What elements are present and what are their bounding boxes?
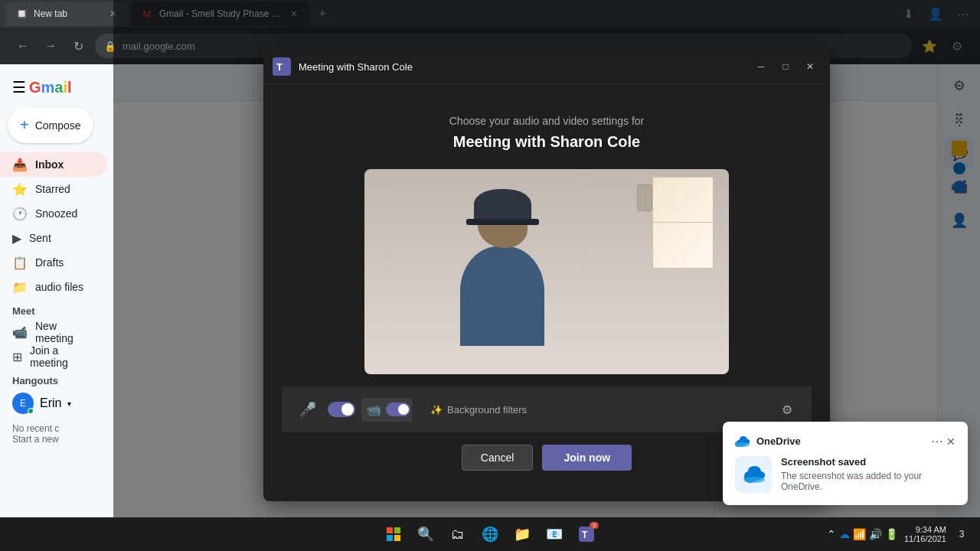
- starred-icon: ⭐: [12, 182, 28, 197]
- sparkle-icon: ✨: [430, 404, 443, 416]
- new-meeting-label: New meeting: [35, 320, 95, 344]
- maximize-btn[interactable]: □: [775, 56, 796, 77]
- gmail-wordmark: G m a i l: [29, 79, 72, 96]
- sys-icons: ⌃ ☁ 📶 🔊 🔋: [827, 528, 898, 540]
- edge-btn[interactable]: 🌐: [476, 520, 504, 548]
- teams-meeting-title: Meeting with Sharon Cole: [282, 133, 812, 151]
- nav-item-join-meeting[interactable]: ⊞ Join a meeting: [0, 344, 107, 369]
- hangouts-user[interactable]: E Erin ▾: [0, 390, 113, 417]
- compose-plus-icon: +: [20, 116, 29, 134]
- taskbar-clock[interactable]: 9:34 AM 11/16/2021: [904, 525, 946, 543]
- start-btn[interactable]: [380, 520, 407, 548]
- svg-rect-6: [387, 535, 393, 541]
- compose-container: + Compose: [0, 101, 113, 152]
- notif-cloud-icon: [735, 456, 772, 493]
- onedrive-notification: OneDrive ⋯ ✕ Screenshot saved The screen…: [723, 422, 968, 505]
- controls-settings-btn[interactable]: ⚙: [775, 397, 799, 422]
- explorer-btn[interactable]: 📁: [508, 520, 536, 548]
- notif-text: Screenshot saved The screenshot was adde…: [781, 456, 956, 493]
- audio-files-label: audio files: [35, 281, 83, 293]
- mail-icon: 📧: [546, 526, 563, 543]
- mic-toggle[interactable]: [328, 402, 355, 417]
- wall-switch: [637, 184, 652, 211]
- hamburger-icon[interactable]: ☰: [12, 78, 26, 96]
- task-view-icon: 🗂: [451, 527, 465, 543]
- teams-title-left: T Meeting with Sharon Cole: [273, 57, 413, 76]
- notif-text-title: Screenshot saved: [781, 456, 956, 468]
- task-view-btn[interactable]: 🗂: [444, 520, 472, 548]
- compose-label: Compose: [35, 119, 81, 132]
- clock-time: 9:34 AM: [904, 525, 946, 534]
- teams-btn[interactable]: T 3: [573, 520, 600, 548]
- taskbar-right: ⌃ ☁ 📶 🔊 🔋 9:34 AM 11/16/2021 3: [827, 520, 971, 548]
- camera-toggle-thumb: [398, 404, 409, 415]
- online-status-dot: [28, 408, 34, 414]
- notif-close-btn[interactable]: ✕: [946, 434, 956, 448]
- user-name: Erin: [40, 396, 61, 410]
- nav-item-sent[interactable]: ▶ Sent: [0, 226, 107, 250]
- teams-taskbar-icon: T: [579, 527, 594, 542]
- background-filters-btn[interactable]: ✨ Background filters: [424, 401, 533, 419]
- search-btn[interactable]: 🔍: [412, 520, 439, 548]
- person-head: [478, 206, 528, 248]
- notif-title: OneDrive: [756, 435, 801, 447]
- notif-header: OneDrive ⋯ ✕: [735, 434, 956, 448]
- nav-item-audio-files[interactable]: 📁 audio files: [0, 275, 107, 299]
- user-avatar: E: [12, 393, 34, 414]
- nav-item-snoozed[interactable]: 🕐 Snoozed: [0, 201, 107, 226]
- bg-filters-label: Background filters: [447, 404, 527, 416]
- compose-button[interactable]: + Compose: [8, 107, 93, 143]
- close-dialog-btn[interactable]: ✕: [799, 56, 821, 77]
- no-recent-text: No recent c Start a new: [0, 417, 113, 451]
- teams-title-bar: T Meeting with Sharon Cole ─ □ ✕: [263, 50, 830, 84]
- volume-icon[interactable]: 🔊: [869, 528, 882, 540]
- teams-logo-icon: T: [273, 57, 291, 76]
- tab-favicon: 🔲: [15, 8, 28, 20]
- person-hat-brim: [466, 219, 539, 225]
- nav-item-starred[interactable]: ⭐ Starred: [0, 177, 107, 201]
- nav-item-inbox[interactable]: 📥 Inbox: [0, 152, 107, 177]
- svg-point-2: [736, 442, 750, 447]
- expand-icon[interactable]: ⌃: [827, 528, 836, 540]
- camera-btn[interactable]: 📹: [363, 399, 384, 420]
- new-meeting-icon: 📹: [12, 325, 28, 340]
- hangouts-section-header: Hangouts: [0, 369, 113, 390]
- svg-rect-5: [394, 527, 400, 533]
- drafts-icon: 📋: [12, 256, 28, 270]
- join-meeting-label: Join a meeting: [30, 344, 95, 369]
- minimize-btn[interactable]: ─: [750, 56, 772, 77]
- back-btn[interactable]: ←: [12, 35, 34, 57]
- notif-title-row: OneDrive: [735, 435, 801, 447]
- camera-toggle[interactable]: [386, 403, 410, 416]
- teams-badge: 3: [590, 522, 599, 529]
- tab-new-tab[interactable]: 🔲 New tab ✕: [6, 2, 129, 26]
- wifi-icon[interactable]: 📶: [853, 528, 866, 540]
- mail-btn[interactable]: 📧: [541, 520, 568, 548]
- teams-title-text: Meeting with Sharon Cole: [299, 61, 413, 73]
- person-body: [460, 246, 544, 346]
- notif-actions: ⋯ ✕: [931, 434, 956, 448]
- snoozed-icon: 🕐: [12, 207, 28, 221]
- notif-body: Screenshot saved The screenshot was adde…: [735, 456, 956, 493]
- svg-rect-4: [387, 527, 393, 533]
- nav-item-drafts[interactable]: 📋 Drafts: [0, 250, 107, 275]
- battery-icon[interactable]: 🔋: [885, 528, 898, 540]
- edge-icon: 🌐: [482, 526, 498, 543]
- join-now-button[interactable]: Join now: [542, 445, 632, 471]
- sent-label: Sent: [29, 232, 51, 244]
- audio-files-icon: 📁: [12, 280, 28, 295]
- notification-btn[interactable]: 3: [952, 520, 971, 548]
- meet-section-header: Meet: [0, 299, 113, 320]
- cancel-button[interactable]: Cancel: [462, 445, 534, 471]
- mic-btn[interactable]: 🎤: [294, 396, 322, 423]
- user-dropdown-icon: ▾: [67, 399, 71, 408]
- nav-item-new-meeting[interactable]: 📹 New meeting: [0, 320, 107, 344]
- notif-menu-btn[interactable]: ⋯: [931, 434, 943, 448]
- forward-btn[interactable]: →: [40, 35, 61, 57]
- refresh-btn[interactable]: ↻: [67, 35, 89, 57]
- search-icon: 🔍: [417, 526, 434, 543]
- onedrive-taskbar-icon[interactable]: ☁: [839, 528, 850, 540]
- gmail-logo: ☰ G m a i l: [0, 70, 113, 101]
- cloud-icon: [741, 466, 766, 483]
- inbox-label: Inbox: [35, 158, 64, 171]
